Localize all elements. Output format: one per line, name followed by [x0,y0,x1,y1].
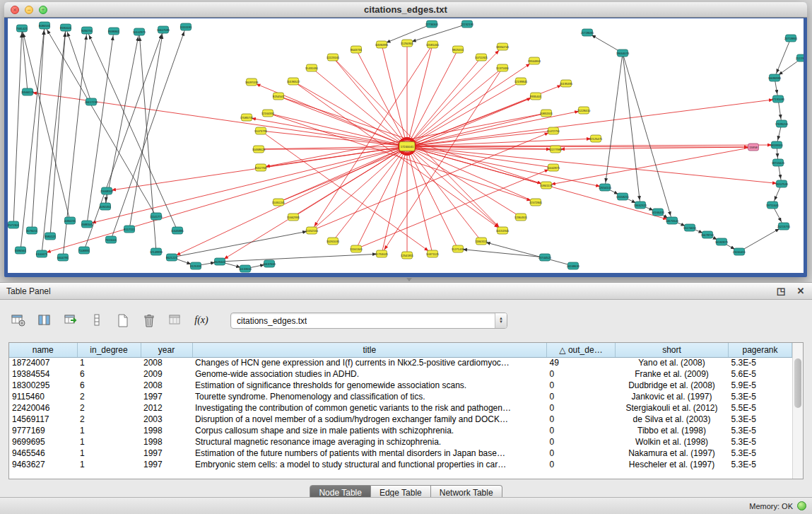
table-row[interactable]: 1872400712008Changes of HCN gene express… [9,357,792,368]
graph-node[interactable]: 17695201 [775,120,789,127]
column-header-in_degree[interactable]: in_degree [77,343,141,357]
graph-node[interactable]: 10637661 [263,260,276,267]
graph-node[interactable]: 11371651 [496,64,510,71]
graph-node[interactable]: 20195391 [560,80,573,87]
table-row[interactable]: 2242004622012Investigating the contribut… [9,402,792,414]
graph-node[interactable]: 15678761 [701,231,714,238]
graph-node[interactable]: 16182871 [715,238,729,245]
graph-node[interactable]: 3076011 [26,227,38,234]
close-panel-icon[interactable]: ✕ [795,286,806,297]
float-panel-icon[interactable]: ◳ [775,286,787,297]
graph-node[interactable]: 11141771 [150,213,163,220]
graph-node[interactable]: 22736301 [425,21,439,28]
graph-node[interactable]: 9094751 [81,27,93,34]
graph-node[interactable]: 9254541 [273,93,285,100]
table-cell[interactable]: 0 [547,402,616,414]
graph-node[interactable]: 9125331 [190,262,202,269]
table-cell[interactable]: 6 [77,380,141,391]
table-row[interactable]: 969969511998Structural magnetic resonanc… [9,436,792,448]
table-cell[interactable]: 5.3E-5 [729,357,792,368]
graph-node[interactable]: 4084231 [64,217,76,224]
graph-node[interactable]: 17191091 [772,95,785,103]
table-cell[interactable]: Embryonic stem cells: a model to study s… [192,459,547,470]
graph-node[interactable]: 10711921 [475,54,488,61]
graph-node[interactable]: 8621221 [166,254,178,261]
table-cell[interactable]: Tourette syndrome. Phenomenology and cla… [192,391,547,402]
graph-node[interactable]: 15958 [748,144,759,151]
table-cell[interactable]: 5.3E-5 [729,391,792,402]
graph-node[interactable]: 11111191 [180,23,192,30]
column-header-short[interactable]: short [616,343,729,357]
graph-node[interactable]: 7108891 [78,247,90,254]
graph-node[interactable]: 16686981 [768,74,782,81]
graph-node[interactable]: 18199311 [770,141,784,148]
table-cell[interactable]: Disruption of a novel member of a sodium… [192,414,547,425]
table-cell[interactable]: 49 [547,357,616,368]
graph-node[interactable]: 12654101 [599,184,612,191]
table-cell[interactable]: de Silva et al. (2003) [616,414,729,425]
table-cell[interactable]: 9465546 [9,448,77,459]
graph-node[interactable]: 18703421 [772,159,785,166]
graph-node[interactable]: 11161341 [350,245,363,252]
table-cell[interactable]: 2 [77,402,141,414]
table-cell[interactable]: 0 [547,391,616,402]
graph-node[interactable]: 10941131 [540,182,553,189]
graph-node[interactable]: 10102971 [133,28,146,35]
graph-node[interactable]: 12277981 [549,146,563,153]
graph-node[interactable]: 6100671 [36,250,48,257]
graph-node[interactable]: 13158211 [616,193,630,200]
graph-node[interactable]: 9629441 [214,258,226,265]
table-cell[interactable]: 5.3E-5 [729,448,792,459]
graph-node[interactable]: 22232191 [461,21,474,28]
table-settings-button[interactable] [8,310,28,330]
table-cell[interactable]: Wolkin et al. (1998) [616,436,729,448]
graph-node[interactable]: 19711641 [766,201,779,209]
table-cell[interactable]: 5.9E-5 [729,380,792,391]
table-cell[interactable]: 5.3E-5 [729,414,792,425]
table-cell[interactable]: Hescheler et al. (1997) [616,459,729,470]
table-cell[interactable]: 2012 [141,402,192,414]
graph-node[interactable]: 24248631 [567,262,580,269]
table-cell[interactable]: 5.3E-5 [729,425,792,436]
graph-node[interactable]: 8590641 [60,24,72,31]
graph-node[interactable]: 12541811 [401,252,414,259]
graph-node[interactable]: 2571901 [8,221,20,228]
network-canvas[interactable]: 1724004190127651046862411073791121643519… [8,18,804,273]
table-row[interactable]: 1830029562008Estimation of significance … [9,380,792,391]
graph-node[interactable]: 11662931 [287,214,300,221]
graph-node[interactable]: 20617231 [85,98,98,105]
graph-node[interactable]: 11051241 [272,199,286,206]
table-cell[interactable]: 2 [77,391,141,402]
table-cell[interactable]: 1 [77,459,141,470]
table-cell[interactable]: 1997 [141,391,192,402]
table-cell[interactable]: Changes of HCN gene expression and I(f) … [192,357,547,368]
table-cell[interactable]: 2003 [141,414,192,425]
graph-node[interactable]: 12223161 [326,54,340,61]
table-cell[interactable]: 6 [77,368,141,380]
table-cell[interactable]: 5.3E-5 [729,436,792,448]
table-cell[interactable]: 5.6E-5 [729,368,792,380]
table-cell[interactable]: 5.3E-5 [729,459,792,470]
table-cell[interactable]: Structural magnetic resonance image aver… [192,436,547,448]
graph-node[interactable]: 10261031 [326,238,340,245]
graph-node[interactable]: 23240411 [733,248,746,255]
graph-node[interactable]: 11431051 [305,64,319,71]
graph-node[interactable]: 19207531 [775,180,789,187]
table-cell[interactable]: 14569117 [9,414,77,425]
graph-node[interactable]: 22125471 [589,135,603,142]
graph-node[interactable]: 14670541 [666,217,679,224]
table-cell[interactable]: 0 [547,459,616,470]
scrollbar-thumb[interactable] [794,358,801,408]
graph-node[interactable]: 12199841 [514,78,528,85]
graph-node[interactable]: 13662321 [634,201,647,209]
graph-node[interactable]: 11753021 [375,250,389,257]
graph-node[interactable]: 18350741 [496,43,510,50]
graph-node[interactable]: 9643731 [351,46,363,53]
table-cell[interactable]: Nakamura et al. (1997) [616,448,729,459]
graph-node[interactable]: 10590991 [375,41,389,48]
graph-node[interactable]: 12149991 [150,248,163,255]
graph-node[interactable]: 10832011 [540,110,553,117]
table-cell[interactable]: 22420046 [9,402,77,414]
column-header-out_degree[interactable]: △ out_de… [547,343,616,357]
graph-node[interactable]: 11472751 [547,127,560,134]
